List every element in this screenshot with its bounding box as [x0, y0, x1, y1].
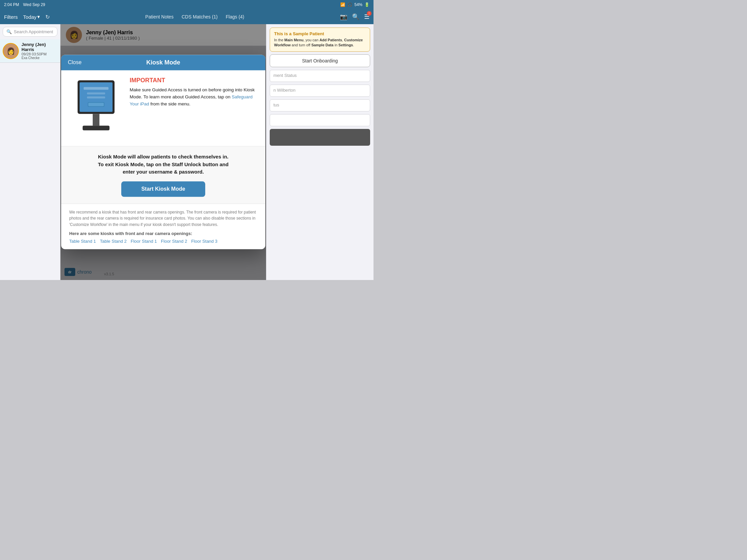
- kiosk-mode-modal: Close Kiosk Mode: [61, 55, 265, 249]
- refresh-icon[interactable]: ↻: [45, 14, 50, 20]
- battery: 54%: [354, 2, 362, 7]
- search-icon[interactable]: 🔍: [352, 13, 359, 21]
- modal-body: IMPORTANT Make sure Guided Access is tur…: [61, 70, 265, 146]
- time: 2:04 PM: [4, 2, 19, 7]
- patient-name: Jenny (Jen) Harris: [22, 42, 57, 52]
- status-bar: 2:04 PM Wed Sep 29 📶 🎧 54% 🔋: [0, 0, 374, 9]
- status-field: tus: [270, 99, 370, 111]
- menu-button[interactable]: ☰ !: [364, 13, 369, 21]
- chevron-down-icon: ▾: [37, 14, 40, 20]
- checkin-text: Kiosk Mode will allow patients to check …: [69, 153, 257, 176]
- patient-date: 09/28 03:50PM: [22, 52, 57, 56]
- modal-header: Close Kiosk Mode: [61, 55, 265, 70]
- important-body: Make sure Guided Access is turned on bef…: [130, 87, 257, 108]
- patient-list-item[interactable]: 👩 Jenny (Jen) Harris 09/28 03:50PM Exa C…: [0, 39, 60, 63]
- patient-avatar: 👩: [3, 43, 19, 59]
- kiosk-link-4[interactable]: Floor Stand 3: [191, 239, 217, 244]
- right-panel: This is a Sample Patient In the Main Men…: [266, 24, 374, 280]
- sample-patient-banner: This is a Sample Patient In the Main Men…: [270, 28, 370, 52]
- svg-rect-2: [84, 87, 108, 90]
- kiosk-illustration: [69, 77, 123, 134]
- important-section: IMPORTANT Make sure Guided Access is tur…: [69, 77, 257, 134]
- headphones-icon: 🎧: [347, 2, 352, 7]
- kiosk-link-2[interactable]: Floor Stand 1: [131, 239, 157, 244]
- top-nav: Filters Today ▾ ↻ Patient Notes CDS Matc…: [0, 9, 374, 24]
- date: Wed Sep 29: [23, 2, 45, 7]
- svg-rect-6: [88, 103, 104, 106]
- recommend-text: We recommend a kiosk that has front and …: [69, 209, 257, 228]
- svg-rect-7: [93, 114, 99, 126]
- empty-field: [270, 114, 370, 126]
- kiosk-link-3[interactable]: Floor Stand 2: [161, 239, 187, 244]
- battery-icon: 🔋: [364, 2, 369, 7]
- wifi-icon: 📶: [340, 2, 345, 7]
- important-label: IMPORTANT: [130, 77, 257, 84]
- svg-rect-3: [87, 92, 105, 94]
- kiosk-link-1[interactable]: Table Stand 2: [100, 239, 127, 244]
- kiosks-label: Here are some kiosks with front and rear…: [69, 231, 257, 236]
- close-button[interactable]: Close: [68, 59, 82, 65]
- svg-rect-4: [87, 96, 105, 98]
- tab-flags[interactable]: Flags (4): [226, 14, 244, 20]
- svg-rect-8: [83, 126, 109, 130]
- checkin-section: Kiosk Mode will allow patients to check …: [61, 146, 265, 204]
- tab-cds-matches[interactable]: CDS Matches (1): [182, 14, 218, 20]
- sample-text: In the Main Menu, you can Add Patients, …: [274, 37, 366, 48]
- search-icon: 🔍: [6, 29, 12, 34]
- kiosk-links: Table Stand 1 Table Stand 2 Floor Stand …: [69, 239, 257, 244]
- tab-patient-notes[interactable]: Patient Notes: [146, 14, 174, 20]
- kiosk-link-0[interactable]: Table Stand 1: [69, 239, 96, 244]
- appointment-status-field: ment Status: [270, 70, 370, 82]
- search-bar[interactable]: 🔍 Search Appointment: [3, 27, 57, 36]
- today-button[interactable]: Today ▾: [23, 14, 40, 20]
- start-kiosk-button[interactable]: Start Kiosk Mode: [121, 181, 206, 197]
- dark-bar: [270, 129, 370, 146]
- modal-title: Kiosk Mode: [146, 59, 180, 66]
- main-area: 👩 Jenny (Jen) Harris ( Female | 41 | 02/…: [60, 24, 266, 280]
- recommend-section: We recommend a kiosk that has front and …: [61, 204, 265, 249]
- background-content: 🔍 Search Appointment 👩 Jenny (Jen) Harri…: [0, 24, 374, 280]
- start-onboarding-button[interactable]: Start Onboarding: [270, 54, 370, 67]
- sample-title: This is a Sample Patient: [274, 31, 366, 36]
- wilberton-field: n Wilberton: [270, 85, 370, 97]
- camera-icon[interactable]: 📷: [340, 13, 347, 21]
- menu-badge: !: [367, 11, 371, 16]
- search-placeholder: Search Appointment: [14, 29, 53, 34]
- left-panel: 🔍 Search Appointment 👩 Jenny (Jen) Harri…: [0, 24, 60, 280]
- patient-status: Exa Checke: [22, 56, 57, 60]
- filters-button[interactable]: Filters: [4, 14, 18, 20]
